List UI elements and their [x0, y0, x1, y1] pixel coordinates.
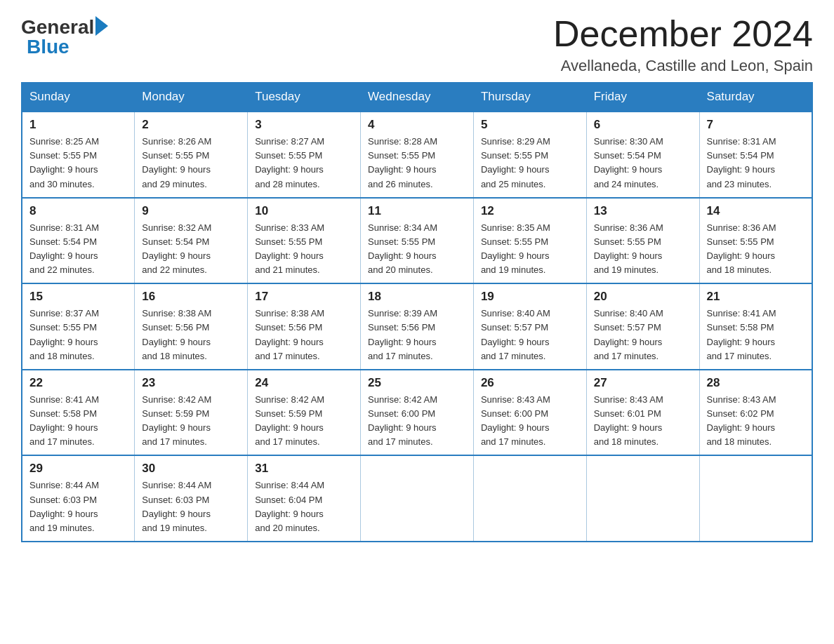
day-info: Sunrise: 8:44 AMSunset: 6:03 PMDaylight:… — [142, 480, 211, 532]
calendar-cell: 3 Sunrise: 8:27 AMSunset: 5:55 PMDayligh… — [248, 112, 361, 198]
calendar-cell: 12 Sunrise: 8:35 AMSunset: 5:55 PMDaylig… — [473, 198, 586, 284]
calendar-cell: 11 Sunrise: 8:34 AMSunset: 5:55 PMDaylig… — [361, 198, 474, 284]
day-info: Sunrise: 8:31 AMSunset: 5:54 PMDaylight:… — [29, 222, 99, 275]
logo: General Blue — [21, 14, 108, 57]
calendar-cell: 8 Sunrise: 8:31 AMSunset: 5:54 PMDayligh… — [22, 198, 135, 284]
calendar-cell: 14 Sunrise: 8:36 AMSunset: 5:55 PMDaylig… — [699, 198, 812, 284]
day-info: Sunrise: 8:42 AMSunset: 5:59 PMDaylight:… — [255, 394, 324, 447]
calendar-cell: 28 Sunrise: 8:43 AMSunset: 6:02 PMDaylig… — [699, 370, 812, 456]
day-info: Sunrise: 8:41 AMSunset: 5:58 PMDaylight:… — [29, 394, 99, 447]
day-number: 21 — [707, 290, 805, 304]
calendar-table: Sunday Monday Tuesday Wednesday Thursday… — [21, 82, 813, 542]
calendar-cell: 24 Sunrise: 8:42 AMSunset: 5:59 PMDaylig… — [248, 370, 361, 456]
day-info: Sunrise: 8:37 AMSunset: 5:55 PMDaylight:… — [29, 308, 99, 361]
col-friday: Friday — [586, 83, 699, 112]
day-info: Sunrise: 8:34 AMSunset: 5:55 PMDaylight:… — [368, 222, 437, 275]
calendar-body: 1 Sunrise: 8:25 AMSunset: 5:55 PMDayligh… — [22, 112, 812, 542]
day-number: 31 — [255, 462, 353, 476]
day-number: 7 — [707, 118, 805, 132]
day-info: Sunrise: 8:32 AMSunset: 5:54 PMDaylight:… — [142, 222, 211, 275]
col-monday: Monday — [135, 83, 248, 112]
week-row-2: 8 Sunrise: 8:31 AMSunset: 5:54 PMDayligh… — [22, 198, 812, 284]
col-thursday: Thursday — [473, 83, 586, 112]
calendar-cell: 31 Sunrise: 8:44 AMSunset: 6:04 PMDaylig… — [248, 455, 361, 542]
col-wednesday: Wednesday — [361, 83, 474, 112]
day-number: 28 — [707, 376, 805, 390]
day-info: Sunrise: 8:35 AMSunset: 5:55 PMDaylight:… — [481, 222, 550, 275]
day-number: 5 — [481, 118, 579, 132]
calendar-cell: 21 Sunrise: 8:41 AMSunset: 5:58 PMDaylig… — [699, 283, 812, 370]
day-number: 18 — [368, 290, 466, 304]
day-info: Sunrise: 8:40 AMSunset: 5:57 PMDaylight:… — [481, 308, 550, 361]
day-info: Sunrise: 8:27 AMSunset: 5:55 PMDaylight:… — [255, 136, 324, 189]
day-number: 15 — [29, 290, 127, 304]
calendar-cell: 20 Sunrise: 8:40 AMSunset: 5:57 PMDaylig… — [586, 283, 699, 370]
day-number: 19 — [481, 290, 579, 304]
calendar-cell: 30 Sunrise: 8:44 AMSunset: 6:03 PMDaylig… — [135, 455, 248, 542]
day-number: 14 — [707, 204, 805, 218]
day-info: Sunrise: 8:43 AMSunset: 6:02 PMDaylight:… — [707, 394, 776, 447]
day-info: Sunrise: 8:31 AMSunset: 5:54 PMDaylight:… — [707, 136, 776, 189]
day-info: Sunrise: 8:29 AMSunset: 5:55 PMDaylight:… — [481, 136, 550, 189]
day-number: 22 — [29, 376, 127, 390]
day-info: Sunrise: 8:36 AMSunset: 5:55 PMDaylight:… — [707, 222, 776, 275]
day-info: Sunrise: 8:40 AMSunset: 5:57 PMDaylight:… — [594, 308, 663, 361]
calendar-cell: 13 Sunrise: 8:36 AMSunset: 5:55 PMDaylig… — [586, 198, 699, 284]
calendar-cell: 29 Sunrise: 8:44 AMSunset: 6:03 PMDaylig… — [22, 455, 135, 542]
day-info: Sunrise: 8:44 AMSunset: 6:04 PMDaylight:… — [255, 480, 324, 532]
col-saturday: Saturday — [699, 83, 812, 112]
calendar-cell: 5 Sunrise: 8:29 AMSunset: 5:55 PMDayligh… — [473, 112, 586, 198]
month-title: December 2024 — [553, 14, 813, 54]
calendar-cell: 7 Sunrise: 8:31 AMSunset: 5:54 PMDayligh… — [699, 112, 812, 198]
calendar-cell: 4 Sunrise: 8:28 AMSunset: 5:55 PMDayligh… — [361, 112, 474, 198]
day-info: Sunrise: 8:44 AMSunset: 6:03 PMDaylight:… — [29, 480, 99, 532]
day-number: 17 — [255, 290, 353, 304]
calendar-cell: 19 Sunrise: 8:40 AMSunset: 5:57 PMDaylig… — [473, 283, 586, 370]
day-number: 9 — [142, 204, 240, 218]
day-info: Sunrise: 8:39 AMSunset: 5:56 PMDaylight:… — [368, 308, 437, 361]
calendar-cell: 26 Sunrise: 8:43 AMSunset: 6:00 PMDaylig… — [473, 370, 586, 456]
calendar-cell — [473, 455, 586, 542]
location-subtitle: Avellaneda, Castille and Leon, Spain — [553, 57, 813, 75]
calendar-cell: 22 Sunrise: 8:41 AMSunset: 5:58 PMDaylig… — [22, 370, 135, 456]
logo-blue-text: Blue — [21, 37, 70, 57]
day-number: 25 — [368, 376, 466, 390]
day-info: Sunrise: 8:41 AMSunset: 5:58 PMDaylight:… — [707, 308, 776, 361]
day-info: Sunrise: 8:43 AMSunset: 6:00 PMDaylight:… — [481, 394, 550, 447]
logo-arrow-icon — [95, 16, 108, 36]
day-info: Sunrise: 8:38 AMSunset: 5:56 PMDaylight:… — [142, 308, 211, 361]
day-info: Sunrise: 8:28 AMSunset: 5:55 PMDaylight:… — [368, 136, 437, 189]
calendar-cell: 1 Sunrise: 8:25 AMSunset: 5:55 PMDayligh… — [22, 112, 135, 198]
calendar-cell: 2 Sunrise: 8:26 AMSunset: 5:55 PMDayligh… — [135, 112, 248, 198]
day-number: 24 — [255, 376, 353, 390]
day-number: 30 — [142, 462, 240, 476]
calendar-cell: 6 Sunrise: 8:30 AMSunset: 5:54 PMDayligh… — [586, 112, 699, 198]
day-number: 16 — [142, 290, 240, 304]
day-number: 2 — [142, 118, 240, 132]
day-info: Sunrise: 8:43 AMSunset: 6:01 PMDaylight:… — [594, 394, 663, 447]
days-of-week-row: Sunday Monday Tuesday Wednesday Thursday… — [22, 83, 812, 112]
calendar-cell: 17 Sunrise: 8:38 AMSunset: 5:56 PMDaylig… — [248, 283, 361, 370]
day-info: Sunrise: 8:36 AMSunset: 5:55 PMDaylight:… — [594, 222, 663, 275]
title-block: December 2024 Avellaneda, Castille and L… — [553, 14, 813, 75]
day-info: Sunrise: 8:33 AMSunset: 5:55 PMDaylight:… — [255, 222, 324, 275]
day-info: Sunrise: 8:42 AMSunset: 6:00 PMDaylight:… — [368, 394, 437, 447]
calendar-cell — [586, 455, 699, 542]
day-number: 29 — [29, 462, 127, 476]
calendar-cell: 25 Sunrise: 8:42 AMSunset: 6:00 PMDaylig… — [361, 370, 474, 456]
day-number: 10 — [255, 204, 353, 218]
calendar-cell: 16 Sunrise: 8:38 AMSunset: 5:56 PMDaylig… — [135, 283, 248, 370]
week-row-4: 22 Sunrise: 8:41 AMSunset: 5:58 PMDaylig… — [22, 370, 812, 456]
day-number: 23 — [142, 376, 240, 390]
col-tuesday: Tuesday — [248, 83, 361, 112]
calendar-cell — [361, 455, 474, 542]
day-info: Sunrise: 8:25 AMSunset: 5:55 PMDaylight:… — [29, 136, 99, 189]
calendar-header: Sunday Monday Tuesday Wednesday Thursday… — [22, 83, 812, 112]
day-number: 13 — [594, 204, 692, 218]
day-info: Sunrise: 8:42 AMSunset: 5:59 PMDaylight:… — [142, 394, 211, 447]
day-number: 8 — [29, 204, 127, 218]
calendar-cell: 23 Sunrise: 8:42 AMSunset: 5:59 PMDaylig… — [135, 370, 248, 456]
day-info: Sunrise: 8:30 AMSunset: 5:54 PMDaylight:… — [594, 136, 663, 189]
day-number: 4 — [368, 118, 466, 132]
col-sunday: Sunday — [22, 83, 135, 112]
